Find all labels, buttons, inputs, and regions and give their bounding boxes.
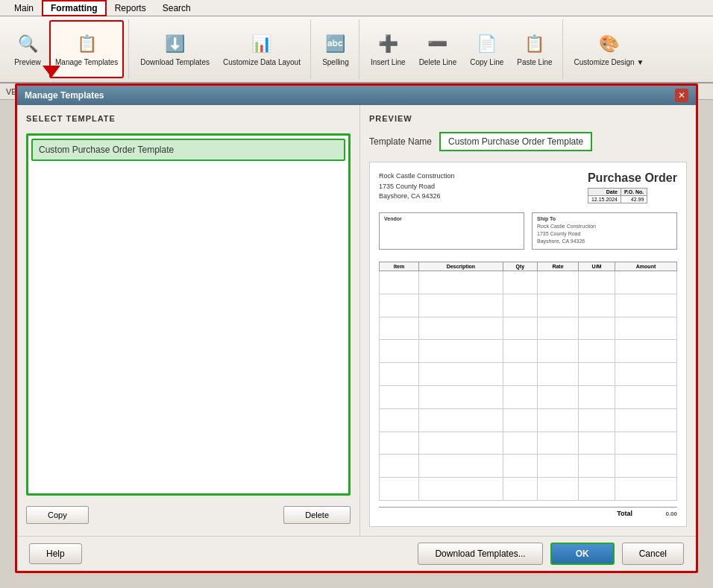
paste-line-icon: 📋 bbox=[523, 32, 547, 56]
preview-button[interactable]: 🔍 Preview bbox=[9, 20, 46, 78]
copy-line-button[interactable]: 📄 Copy Line bbox=[465, 20, 509, 78]
copy-line-icon: 📄 bbox=[475, 32, 499, 56]
company-address2: Bayshore, CA 94326 bbox=[379, 192, 455, 202]
cancel-button[interactable]: Cancel bbox=[622, 543, 684, 565]
copy-line-label: Copy Line bbox=[470, 58, 503, 67]
menu-bar: Main Formatting Reports Search bbox=[0, 0, 713, 16]
template-name-row: Template Name Custom Purchase Order Temp… bbox=[369, 132, 687, 151]
company-name: Rock Castle Construction bbox=[379, 171, 455, 182]
po-header: Rock Castle Construction 1735 County Roa… bbox=[379, 171, 677, 203]
toolbar-group-4: ➕ Insert Line ➖ Delete Line 📄 Copy Line … bbox=[361, 19, 563, 79]
modal-title: Manage Templates bbox=[25, 90, 104, 101]
menu-search[interactable]: Search bbox=[154, 1, 199, 16]
total-amount: 0.00 bbox=[647, 510, 677, 517]
spelling-button[interactable]: 🔤 Spelling bbox=[317, 20, 354, 78]
customize-design-label: Customize Design ▼ bbox=[574, 58, 644, 67]
table-row bbox=[380, 455, 677, 478]
col-description: Description bbox=[419, 262, 503, 271]
insert-line-icon: ➕ bbox=[376, 32, 400, 56]
company-address1: 1735 County Road bbox=[379, 182, 455, 192]
po-title-block: Purchase Order Date P.O. No. 12.15.2024 … bbox=[588, 171, 677, 203]
spelling-icon: 🔤 bbox=[324, 32, 348, 56]
table-row bbox=[380, 363, 677, 386]
po-ship-to-box: Ship To Rock Castle Construction1735 Cou… bbox=[532, 212, 677, 250]
arrow-indicator bbox=[43, 66, 60, 78]
download-templates-button[interactable]: ⬇️ Download Templates bbox=[135, 20, 215, 78]
select-template-label: SELECT TEMPLATE bbox=[26, 114, 351, 123]
table-row bbox=[380, 431, 677, 455]
copy-button[interactable]: Copy bbox=[26, 506, 89, 524]
po-line-table: Item Description Qty Rate U/M Amount bbox=[379, 262, 677, 501]
toolbar-group-3: 🔤 Spelling bbox=[312, 19, 359, 79]
customize-data-layout-icon: 📊 bbox=[250, 32, 274, 56]
po-address-section: Vendor Ship To Rock Castle Construction1… bbox=[379, 212, 677, 250]
modal-close-button[interactable]: ✕ bbox=[675, 89, 688, 102]
help-button[interactable]: Help bbox=[29, 543, 82, 564]
ok-button[interactable]: OK bbox=[550, 543, 615, 565]
po-num-header: P.O. No. bbox=[621, 189, 647, 196]
table-row bbox=[380, 478, 677, 501]
delete-line-button[interactable]: ➖ Delete Line bbox=[414, 20, 462, 78]
template-name-value: Custom Purchase Order Template bbox=[439, 132, 592, 151]
footer-right-buttons: Download Templates... OK Cancel bbox=[418, 543, 684, 565]
col-amount: Amount bbox=[615, 262, 677, 271]
po-num-value: 42.99 bbox=[621, 196, 647, 203]
table-row bbox=[380, 317, 677, 340]
modal-titlebar: Manage Templates ✕ bbox=[17, 86, 696, 105]
paste-line-button[interactable]: 📋 Paste Line bbox=[512, 20, 557, 78]
manage-templates-button[interactable]: 📋 Manage Templates bbox=[49, 20, 124, 78]
template-list[interactable]: Custom Purchase Order Template bbox=[26, 133, 351, 496]
delete-button[interactable]: Delete bbox=[283, 506, 351, 524]
total-label: Total bbox=[617, 510, 632, 517]
manage-templates-dialog: Manage Templates ✕ SELECT TEMPLATE Custo… bbox=[15, 83, 698, 573]
toolbar-group-2: ⬇️ Download Templates 📊 Customize Data L… bbox=[131, 19, 311, 79]
menu-main[interactable]: Main bbox=[6, 1, 42, 16]
right-panel: PREVIEW Template Name Custom Purchase Or… bbox=[360, 105, 696, 536]
toolbar: 🔍 Preview 📋 Manage Templates ⬇️ Download… bbox=[0, 16, 713, 83]
toolbar-group-1: 🔍 Preview 📋 Manage Templates bbox=[4, 19, 129, 79]
toolbar-group-5: 🎨 Customize Design ▼ bbox=[565, 19, 654, 79]
table-row bbox=[380, 271, 677, 294]
col-um: U/M bbox=[578, 262, 615, 271]
manage-templates-label: Manage Templates bbox=[55, 58, 118, 67]
col-rate: Rate bbox=[538, 262, 579, 271]
table-row bbox=[380, 340, 677, 363]
download-templates-label: Download Templates bbox=[140, 58, 210, 67]
modal-body: SELECT TEMPLATE Custom Purchase Order Te… bbox=[17, 105, 696, 536]
po-date-value: 12.15.2024 bbox=[588, 196, 621, 203]
customize-data-layout-label: Customize Data Layout bbox=[223, 58, 301, 67]
po-doc-title: Purchase Order bbox=[588, 171, 677, 185]
manage-templates-icon: 📋 bbox=[75, 32, 98, 56]
ship-to-label: Ship To bbox=[537, 216, 672, 221]
modal-footer: Help Download Templates... OK Cancel bbox=[17, 536, 696, 571]
customize-design-button[interactable]: 🎨 Customize Design ▼ bbox=[569, 20, 650, 78]
customize-design-icon: 🎨 bbox=[597, 32, 621, 56]
preview-section-label: PREVIEW bbox=[369, 114, 687, 123]
paste-line-label: Paste Line bbox=[517, 58, 552, 67]
table-row bbox=[380, 408, 677, 431]
po-company-info: Rock Castle Construction 1735 County Roa… bbox=[379, 171, 455, 202]
delete-line-icon: ➖ bbox=[426, 32, 450, 56]
left-panel: SELECT TEMPLATE Custom Purchase Order Te… bbox=[17, 105, 360, 536]
po-total-row: Total 0.00 bbox=[379, 507, 677, 517]
po-vendor-box: Vendor bbox=[379, 212, 524, 250]
spelling-label: Spelling bbox=[322, 58, 349, 67]
preview-label: Preview bbox=[14, 58, 41, 67]
insert-line-button[interactable]: ➕ Insert Line bbox=[365, 20, 411, 78]
download-templates-footer-button[interactable]: Download Templates... bbox=[418, 543, 542, 565]
insert-line-label: Insert Line bbox=[371, 58, 406, 67]
delete-line-label: Delete Line bbox=[419, 58, 457, 67]
menu-reports[interactable]: Reports bbox=[107, 1, 154, 16]
col-item: Item bbox=[380, 262, 419, 271]
template-name-label: Template Name bbox=[369, 136, 432, 147]
left-buttons: Copy Delete bbox=[26, 503, 351, 527]
menu-formatting[interactable]: Formatting bbox=[42, 0, 107, 16]
table-row bbox=[380, 294, 677, 317]
po-info-table: Date P.O. No. 12.15.2024 42.99 bbox=[588, 188, 647, 203]
ship-to-address: Rock Castle Construction1735 County Road… bbox=[537, 223, 672, 244]
col-qty: Qty bbox=[503, 262, 537, 271]
download-templates-icon: ⬇️ bbox=[163, 32, 187, 56]
customize-data-layout-button[interactable]: 📊 Customize Data Layout bbox=[218, 20, 306, 78]
po-date-header: Date bbox=[588, 189, 621, 196]
template-item[interactable]: Custom Purchase Order Template bbox=[31, 139, 345, 161]
